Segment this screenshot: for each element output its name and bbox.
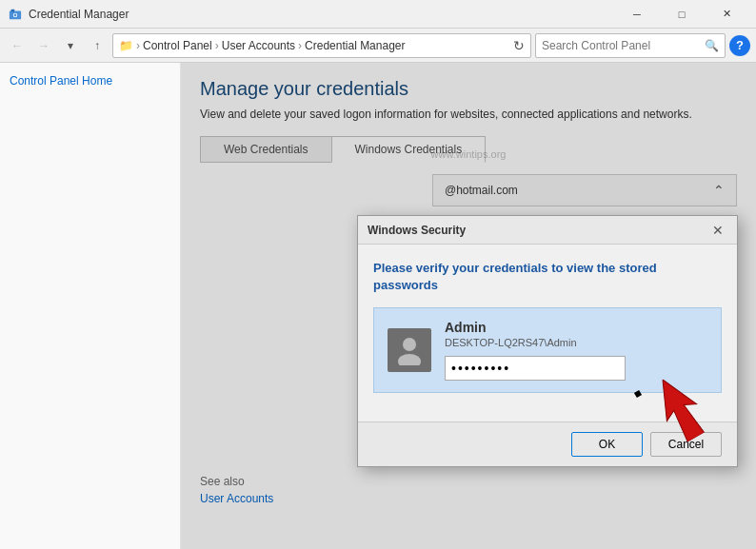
- breadcrumb-user-accounts: User Accounts: [222, 39, 295, 52]
- dialog-body: Please verify your credentials to view t…: [358, 245, 737, 422]
- modal-overlay: Windows Security ✕ Please verify your cr…: [181, 63, 756, 549]
- help-button[interactable]: ?: [729, 35, 750, 56]
- dialog-title-bar: Windows Security ✕: [358, 216, 737, 245]
- title-bar: Credential Manager ─ □ ✕: [0, 0, 756, 29]
- breadcrumb-control-panel: Control Panel: [143, 39, 212, 52]
- dialog-close-button[interactable]: ✕: [708, 221, 727, 240]
- search-icon: 🔍: [705, 39, 719, 52]
- dialog-footer: OK Cancel: [358, 422, 737, 466]
- svg-rect-1: [11, 9, 15, 11]
- password-field[interactable]: [445, 356, 626, 381]
- svg-point-3: [14, 13, 17, 16]
- window-title: Credential Manager: [29, 8, 615, 21]
- breadcrumb-credential-manager: Credential Manager: [305, 39, 405, 52]
- cancel-button[interactable]: Cancel: [650, 432, 722, 457]
- main-window: Credential Manager ─ □ ✕ ← → ▾ ↑ 📁 › Con…: [0, 0, 756, 549]
- user-info-box: Admin DESKTOP-LQ2RS47\Admin: [373, 307, 722, 393]
- user-name: Admin: [445, 320, 626, 335]
- user-details: Admin DESKTOP-LQ2RS47\Admin: [445, 320, 626, 381]
- search-input[interactable]: [542, 39, 701, 52]
- dialog-title-text: Windows Security: [368, 224, 708, 237]
- avatar: [388, 328, 431, 372]
- dialog-prompt: Please verify your credentials to view t…: [373, 260, 722, 294]
- main-area: Control Panel Home Manage your credentia…: [0, 63, 756, 549]
- back-button[interactable]: ←: [6, 34, 29, 57]
- svg-point-5: [398, 354, 421, 365]
- breadcrumb-folder-icon: 📁: [119, 39, 133, 52]
- refresh-button[interactable]: ↻: [513, 38, 525, 53]
- minimize-button[interactable]: ─: [615, 0, 659, 29]
- ok-button[interactable]: OK: [571, 432, 643, 457]
- history-button[interactable]: ▾: [59, 34, 82, 57]
- address-path[interactable]: 📁 › Control Panel › User Accounts › Cred…: [112, 33, 531, 58]
- up-button[interactable]: ↑: [86, 34, 109, 57]
- svg-point-4: [403, 338, 416, 351]
- windows-security-dialog: Windows Security ✕ Please verify your cr…: [357, 215, 738, 467]
- search-box: 🔍: [535, 33, 726, 58]
- sidebar: Control Panel Home: [0, 63, 181, 549]
- maximize-button[interactable]: □: [660, 0, 704, 29]
- address-bar: ← → ▾ ↑ 📁 › Control Panel › User Account…: [0, 29, 756, 63]
- user-account: DESKTOP-LQ2RS47\Admin: [445, 337, 626, 348]
- forward-button[interactable]: →: [32, 34, 55, 57]
- close-button[interactable]: ✕: [705, 0, 748, 29]
- control-panel-home-link[interactable]: Control Panel Home: [10, 74, 170, 88]
- window-controls: ─ □ ✕: [615, 0, 748, 29]
- app-icon: [8, 7, 23, 22]
- content-area: Manage your credentials View and delete …: [181, 63, 756, 549]
